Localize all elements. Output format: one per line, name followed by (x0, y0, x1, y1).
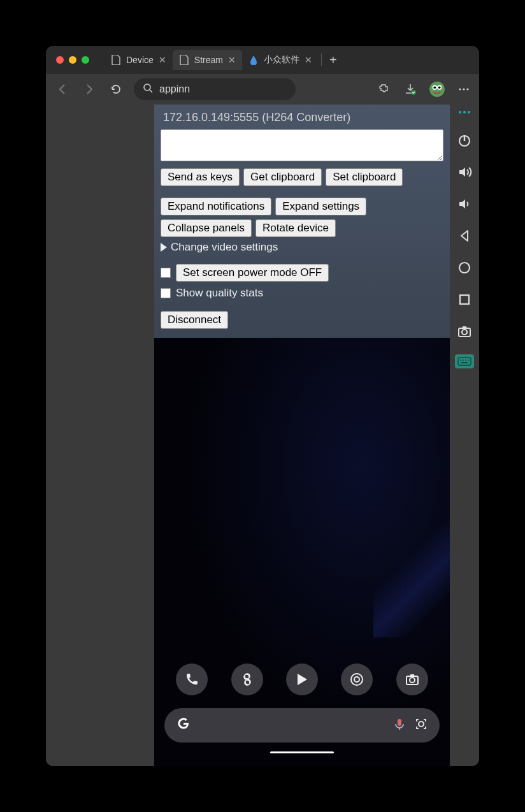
svg-point-5 (433, 86, 436, 89)
tab-label: Stream (194, 55, 223, 65)
power-button[interactable] (456, 131, 473, 149)
left-gutter (46, 105, 154, 766)
phone-app-icon[interactable] (176, 663, 208, 695)
close-icon[interactable]: ✕ (228, 55, 236, 65)
side-toolbar (450, 105, 479, 766)
more-options-button[interactable] (459, 111, 470, 113)
svg-rect-14 (398, 719, 401, 726)
svg-rect-18 (460, 295, 469, 304)
home-indicator[interactable] (270, 751, 334, 753)
set-screen-power-mode-button[interactable]: Set screen power mode OFF (176, 264, 329, 282)
svg-point-8 (463, 88, 464, 90)
google-search-bar[interactable] (164, 708, 440, 743)
phone-dock (164, 663, 440, 695)
svg-point-2 (429, 82, 445, 97)
svg-point-15 (419, 721, 424, 727)
profile-avatar[interactable] (429, 82, 445, 97)
quality-stats-label: Show quality stats (176, 287, 263, 300)
stream-area: 172.16.0.149:5555 (H264 Converter) Send … (154, 105, 450, 766)
control-panel: 172.16.0.149:5555 (H264 Converter) Send … (154, 105, 450, 338)
photos-app-icon[interactable] (231, 663, 263, 695)
android-overview-button[interactable] (456, 291, 473, 308)
close-icon[interactable]: ✕ (159, 55, 166, 65)
svg-point-1 (411, 90, 416, 95)
svg-point-11 (354, 677, 359, 682)
google-logo-icon (176, 716, 191, 735)
page-icon (111, 55, 121, 65)
mic-icon[interactable] (392, 717, 406, 734)
svg-rect-21 (458, 358, 471, 365)
svg-point-24 (465, 359, 466, 361)
play-store-icon[interactable] (286, 663, 318, 695)
clipboard-textarea[interactable] (161, 129, 443, 161)
change-video-settings-toggle[interactable]: Change video settings (161, 241, 443, 254)
device-screen[interactable] (154, 338, 450, 766)
maximize-window-button[interactable] (82, 56, 89, 64)
set-clipboard-button[interactable]: Set clipboard (326, 168, 403, 186)
page-icon (179, 55, 189, 65)
tab-device[interactable]: Device ✕ (104, 50, 173, 70)
expand-notifications-button[interactable]: Expand notifications (161, 198, 271, 215)
collapse-panels-button[interactable]: Collapse panels (161, 219, 252, 237)
toolbar (46, 74, 479, 105)
disconnect-button[interactable]: Disconnect (161, 311, 228, 329)
tab-divider (321, 54, 322, 66)
drop-icon (248, 55, 259, 65)
traffic-lights (56, 56, 89, 64)
lens-icon[interactable] (414, 717, 428, 734)
svg-point-0 (144, 84, 150, 91)
svg-point-23 (463, 359, 464, 361)
keyboard-button[interactable] (455, 354, 474, 368)
titlebar: Device ✕ Stream ✕ 小众软件 ✕ + (46, 46, 479, 74)
change-video-settings-label: Change video settings (171, 241, 278, 254)
tab-stream[interactable]: Stream ✕ (173, 50, 242, 70)
tab-label: 小众软件 (264, 54, 299, 66)
android-home-button[interactable] (456, 259, 473, 277)
tab-appinn[interactable]: 小众软件 ✕ (242, 49, 319, 71)
expand-settings-button[interactable]: Expand settings (275, 198, 366, 215)
svg-point-9 (466, 88, 468, 90)
get-clipboard-button[interactable]: Get clipboard (243, 168, 322, 186)
back-button[interactable] (54, 80, 71, 98)
power-mode-checkbox[interactable] (161, 268, 171, 278)
tab-label: Device (126, 55, 154, 65)
search-input[interactable] (159, 83, 287, 95)
svg-point-13 (410, 678, 415, 683)
quality-stats-checkbox[interactable] (161, 288, 171, 298)
android-back-button[interactable] (456, 227, 473, 245)
close-window-button[interactable] (56, 56, 64, 64)
send-as-keys-button[interactable]: Send as keys (161, 168, 240, 186)
downloads-button[interactable] (403, 82, 418, 97)
device-title: 172.16.0.149:5555 (H264 Converter) (161, 111, 443, 124)
svg-point-17 (459, 263, 470, 273)
svg-point-25 (468, 359, 469, 361)
svg-rect-26 (461, 362, 468, 363)
reload-button[interactable] (107, 80, 125, 98)
svg-point-10 (351, 674, 363, 685)
browser-window: Device ✕ Stream ✕ 小众软件 ✕ + (46, 46, 479, 766)
svg-point-7 (459, 88, 461, 90)
forward-button[interactable] (80, 80, 98, 98)
minimize-window-button[interactable] (69, 56, 76, 64)
address-bar[interactable] (134, 78, 296, 100)
screenshot-button[interactable] (456, 323, 473, 340)
close-icon[interactable]: ✕ (305, 55, 312, 65)
svg-point-6 (438, 86, 441, 89)
svg-point-20 (462, 330, 467, 335)
search-icon (143, 83, 153, 96)
volume-up-button[interactable] (456, 163, 473, 181)
extensions-button[interactable] (376, 82, 391, 97)
new-tab-button[interactable]: + (324, 53, 342, 68)
chrome-app-icon[interactable] (341, 663, 373, 695)
triangle-right-icon (161, 243, 167, 252)
rotate-device-button[interactable]: Rotate device (255, 219, 336, 237)
svg-point-22 (460, 359, 461, 361)
content-area: 172.16.0.149:5555 (H264 Converter) Send … (46, 105, 479, 766)
camera-app-icon[interactable] (396, 663, 428, 695)
tab-strip: Device ✕ Stream ✕ 小众软件 ✕ + (104, 49, 469, 71)
menu-button[interactable] (456, 82, 471, 97)
volume-down-button[interactable] (456, 195, 473, 213)
